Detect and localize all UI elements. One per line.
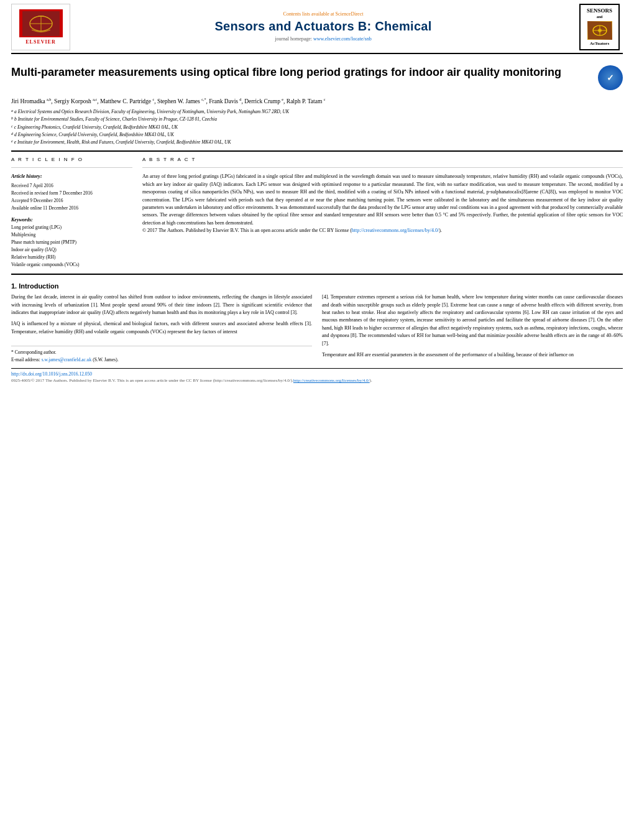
keyword-2: Multiplexing: [11, 231, 132, 239]
keyword-1: Long period grating (LPG): [11, 224, 132, 231]
footer-license: 0925-4005/© 2017 The Authors. Published …: [11, 378, 623, 383]
divider-main: [11, 150, 623, 152]
footer-license-link[interactable]: http://creativecommons.org/licenses/by/4…: [293, 378, 370, 383]
journal-title-block: Contents lists available at ScienceDirec…: [76, 4, 570, 53]
keywords-section: Keywords: Long period grating (LPG) Mult…: [11, 217, 132, 269]
doi-line: http://dx.doi.org/10.1016/j.sns.2016.12.…: [11, 371, 623, 377]
intro-col-left: During the last decade, interest in air …: [11, 293, 312, 363]
abstract-text: An array of three long period gratings (…: [142, 173, 623, 227]
affiliations: a a Electrical Systems and Optics Resear…: [11, 108, 623, 145]
journal-homepage: journal homepage: www.elsevier.com/locat…: [275, 36, 371, 42]
intro-p3: [4]. Temperature extremes represent a se…: [322, 293, 623, 348]
email-link[interactable]: s.w.james@cranfield.ac.uk: [42, 357, 92, 362]
sensors-badge-inner: SENSORS and AcTuators: [579, 4, 620, 50]
intro-section: 1. Introduction During the last decade, …: [11, 282, 623, 363]
abstract-label: A B S T R A C T: [142, 157, 623, 162]
affiliation-c: c c Engineering Photonics, Cranfield Uni…: [11, 124, 623, 131]
keyword-6: Volatile organic compounds (VOCs): [11, 261, 132, 269]
badge-image: [587, 21, 612, 40]
article-info-label: A R T I C L E I N F O: [11, 157, 132, 162]
journal-header: ELSEVIER Contents lists available at Sci…: [11, 0, 623, 54]
page-footer: http://dx.doi.org/10.1016/j.sns.2016.12.…: [11, 368, 623, 383]
sensors-badge: SENSORS and AcTuators: [576, 4, 623, 50]
affiliation-b: b b Institute for Environmental Studies,…: [11, 116, 623, 122]
article-history: Article history: Received 7 April 2016 R…: [11, 173, 132, 212]
article-body: Multi-parameter measurements using optic…: [11, 65, 623, 363]
homepage-link[interactable]: www.elsevier.com/locate/snb: [313, 36, 372, 42]
abstract-col: A B S T R A C T An array of three long p…: [142, 157, 623, 269]
intro-body: During the last decade, interest in air …: [11, 293, 623, 363]
intro-col-right: [4]. Temperature extremes represent a se…: [322, 293, 623, 363]
email-line: E-mail address: s.w.james@cranfield.ac.u…: [11, 356, 312, 364]
keyword-5: Relative humidity (RH): [11, 254, 132, 261]
intro-p2: IAQ is influenced by a mixture of physic…: [11, 320, 312, 336]
article-title-section: Multi-parameter measurements using optic…: [11, 65, 623, 93]
revised-date: Received in revised form 7 December 2016: [11, 190, 132, 197]
keywords-title: Keywords:: [11, 217, 132, 223]
journal-main-title: Sensors and Actuators B: Chemical: [214, 19, 431, 34]
article-info-col: A R T I C L E I N F O Article history: R…: [11, 157, 132, 269]
cc-line: © 2017 The Authors. Published by Elsevie…: [142, 227, 623, 234]
affiliation-a: a a Electrical Systems and Optics Resear…: [11, 108, 623, 115]
article-title: Multi-parameter measurements using optic…: [11, 65, 592, 80]
article-info-abstract: A R T I C L E I N F O Article history: R…: [11, 157, 623, 269]
corresponding-label: * Corresponding author.: [11, 349, 312, 356]
history-title: Article history:: [11, 173, 132, 181]
elsevier-wordmark: ELSEVIER: [25, 39, 55, 45]
authors-line: Jiri Hromadka a,b, Sergiy Korposh a,c, M…: [11, 98, 623, 104]
affiliation-d: d d Engineering Science, Cranfield Unive…: [11, 131, 623, 138]
keyword-3: Phase match turning point (PMTP): [11, 239, 132, 246]
section-number: 1. Introduction: [11, 282, 623, 290]
cc-link[interactable]: http://creativecommons.org/licenses/by/4…: [352, 228, 439, 233]
keyword-4: Indoor air quality (IAQ): [11, 246, 132, 254]
accepted-date: Accepted 9 December 2016: [11, 197, 132, 205]
crossmark-icon: ✓: [598, 65, 623, 90]
doi-link[interactable]: http://dx.doi.org/10.1016/j.sns.2016.12.…: [11, 371, 92, 377]
elsevier-logo-image: [19, 9, 63, 37]
available-date: Available online 11 December 2016: [11, 205, 132, 212]
svg-point-8: [598, 29, 602, 32]
elsevier-logo: ELSEVIER: [11, 4, 70, 50]
sciencedirect-link: Contents lists available at ScienceDirec…: [283, 11, 364, 17]
intro-p4: Temperature and RH are essential paramet…: [322, 351, 623, 359]
divider-sections: [11, 274, 623, 275]
divider-abstract: [142, 167, 623, 168]
received-date: Received 7 April 2016: [11, 182, 132, 190]
divider-info: [11, 167, 132, 168]
footnote-area: * Corresponding author. E-mail address: …: [11, 346, 312, 363]
intro-p1: During the last decade, interest in air …: [11, 293, 312, 316]
affiliation-e: e e Institute for Environment, Health, R…: [11, 139, 623, 145]
